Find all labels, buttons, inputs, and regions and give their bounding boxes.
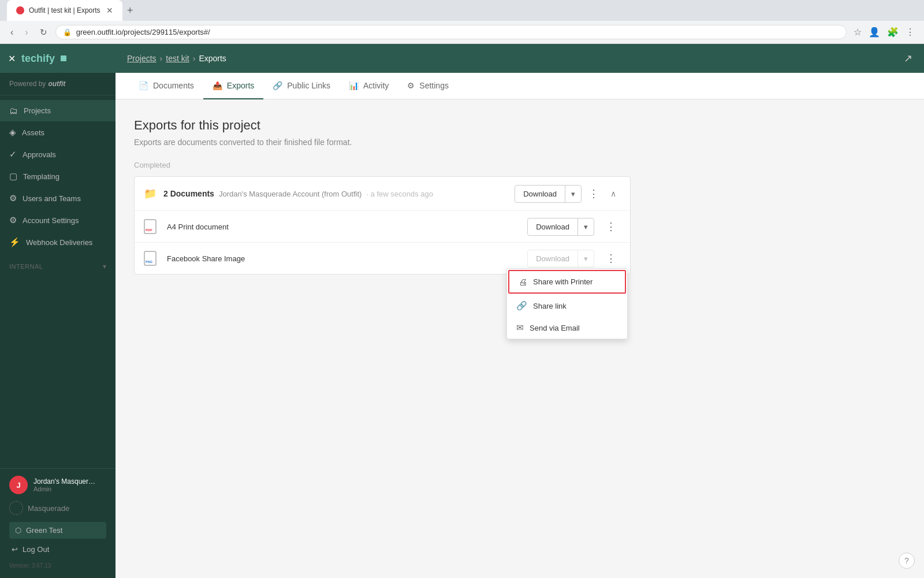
new-tab-button[interactable]: + bbox=[127, 5, 133, 17]
documents-tab-label: Documents bbox=[153, 81, 194, 90]
section-label: Completed bbox=[134, 161, 906, 169]
download-btn-group[interactable]: Download ▾ bbox=[515, 185, 582, 203]
dropdown-item-send-email[interactable]: ✉ Send via Email bbox=[507, 317, 627, 339]
nav-forward-button[interactable]: › bbox=[21, 25, 31, 40]
sidebar-label-projects: Projects bbox=[24, 106, 51, 115]
a4-download-arrow-icon[interactable]: ▾ bbox=[578, 218, 594, 235]
masquerade-label: Masquerade bbox=[28, 504, 69, 513]
green-test-button[interactable]: ⬡ Green Test bbox=[9, 522, 106, 539]
export-group: 📁 2 Documents Jordan's Masquerade Accoun… bbox=[134, 176, 631, 275]
sidebar-label-assets: Assets bbox=[22, 128, 44, 137]
fb-download-btn-group[interactable]: Download ▾ bbox=[527, 250, 594, 268]
page-description: Exports are documents converted to their… bbox=[134, 138, 906, 147]
export-item-fb-name: Facebook Share Image bbox=[167, 254, 520, 263]
dropdown-item-share-link[interactable]: 🔗 Share link bbox=[507, 295, 627, 317]
app-logo: techify bbox=[21, 53, 55, 65]
powered-by-text: Powered by bbox=[9, 80, 46, 88]
projects-icon: 🗂 bbox=[9, 106, 18, 116]
profile-button[interactable]: 👤 bbox=[866, 24, 882, 40]
documents-tab-icon: 📄 bbox=[139, 81, 148, 90]
logout-button[interactable]: ↩ Log Out bbox=[9, 541, 106, 558]
browser-nav-icons: ☆ 👤 🧩 ⋮ bbox=[851, 24, 917, 40]
download-arrow-icon[interactable]: ▾ bbox=[565, 186, 581, 202]
breadcrumb-sep2: › bbox=[193, 54, 196, 63]
tab-settings[interactable]: ⚙ Settings bbox=[398, 73, 458, 99]
nav-refresh-button[interactable]: ↻ bbox=[36, 25, 51, 40]
browser-tab[interactable]: Outfit | test kit | Exports ✕ bbox=[7, 0, 122, 21]
sidebar-item-webhook[interactable]: ⚡ Webhook Deliveries bbox=[0, 231, 116, 253]
approvals-icon: ✓ bbox=[9, 149, 17, 160]
group-more-button[interactable]: ⋮ bbox=[584, 184, 603, 203]
activity-tab-icon: 📊 bbox=[349, 81, 359, 90]
public-links-tab-icon: 🔗 bbox=[273, 81, 282, 90]
logout-icon: ↩ bbox=[12, 545, 18, 554]
menu-button[interactable]: ⋮ bbox=[903, 24, 917, 40]
logout-label: Log Out bbox=[23, 545, 49, 554]
breadcrumb: Projects › test kit › Exports bbox=[127, 54, 226, 63]
sidebar-item-templating[interactable]: ▢ Templating bbox=[0, 165, 116, 187]
fb-download-label[interactable]: Download bbox=[528, 250, 578, 267]
tab-exports[interactable]: 📤 Exports bbox=[203, 73, 263, 99]
close-icon[interactable]: ✕ bbox=[8, 53, 16, 64]
export-time: · a few seconds ago bbox=[366, 190, 433, 198]
fb-more-button[interactable]: ⋮ bbox=[601, 249, 621, 268]
tab-close[interactable]: ✕ bbox=[106, 6, 113, 15]
help-button[interactable]: ? bbox=[899, 553, 915, 569]
exports-tab-icon: 📤 bbox=[213, 81, 222, 90]
export-item-fb: PNG Facebook Share Image Download ▾ ⋮ 🖨 … bbox=[135, 242, 630, 274]
users-teams-icon: ⚙ bbox=[9, 193, 17, 203]
settings-tab-icon: ⚙ bbox=[407, 81, 415, 90]
user-info: J Jordan's Masquera... Admin bbox=[9, 476, 106, 494]
pdf-file-icon: PDF bbox=[144, 219, 160, 234]
printer-icon: 🖨 bbox=[519, 277, 527, 287]
a4-download-btn-group[interactable]: Download ▾ bbox=[527, 218, 594, 236]
bookmark-button[interactable]: ☆ bbox=[851, 24, 864, 40]
group-collapse-button[interactable]: ∧ bbox=[606, 186, 621, 202]
dropdown-item-share-printer[interactable]: 🖨 Share with Printer bbox=[508, 270, 626, 294]
sidebar-item-projects[interactable]: 🗂 Projects bbox=[0, 100, 116, 121]
a4-download-label[interactable]: Download bbox=[528, 218, 578, 235]
sidebar-item-users-teams[interactable]: ⚙ Users and Teams bbox=[0, 187, 116, 209]
sidebar-label-users-teams: Users and Teams bbox=[23, 194, 81, 203]
settings-tab-label: Settings bbox=[419, 81, 449, 90]
link-icon: 🔗 bbox=[516, 301, 527, 311]
lock-icon: 🔒 bbox=[63, 28, 72, 36]
nav-back-button[interactable]: ‹ bbox=[7, 25, 17, 40]
tab-public-links[interactable]: 🔗 Public Links bbox=[263, 73, 340, 99]
export-item-a4-name: A4 Print document bbox=[167, 223, 520, 231]
outfit-brand: outfit bbox=[48, 80, 65, 88]
chevron-down-icon: ▾ bbox=[103, 262, 107, 271]
main-content: Projects › test kit › Exports ↗ 📄 Docume… bbox=[116, 44, 924, 578]
sidebar-item-assets[interactable]: ◈ Assets bbox=[0, 121, 116, 143]
sidebar: ✕ techify Powered by outfit 🗂 Projects ◈… bbox=[0, 44, 116, 578]
breadcrumb-projects[interactable]: Projects bbox=[127, 54, 157, 63]
green-test-label: Green Test bbox=[26, 526, 62, 535]
breadcrumb-testkit[interactable]: test kit bbox=[166, 54, 189, 63]
share-link-label: Share link bbox=[533, 302, 567, 310]
tab-documents[interactable]: 📄 Documents bbox=[129, 73, 203, 99]
topbar-extension: Projects › test kit › Exports ↗ bbox=[116, 44, 924, 73]
sidebar-item-account-settings[interactable]: ⚙ Account Settings bbox=[0, 209, 116, 231]
sidebar-section-internal[interactable]: Internal ▾ bbox=[0, 258, 116, 275]
share-printer-label: Share with Printer bbox=[533, 277, 593, 286]
masquerade-row[interactable]: Masquerade bbox=[9, 499, 106, 517]
masquerade-avatar bbox=[9, 501, 23, 515]
sidebar-label-approvals: Approvals bbox=[23, 150, 56, 159]
send-email-label: Send via Email bbox=[530, 324, 580, 332]
download-main-label[interactable]: Download bbox=[515, 186, 565, 202]
png-file-icon: PNG bbox=[144, 251, 160, 266]
topbar: ✕ techify bbox=[0, 44, 116, 73]
fb-download-arrow-icon[interactable]: ▾ bbox=[578, 250, 594, 267]
extensions-button[interactable]: 🧩 bbox=[885, 24, 901, 40]
tab-title: Outfit | test kit | Exports bbox=[29, 6, 100, 14]
address-bar[interactable]: 🔒 green.outfit.io/projects/299115/export… bbox=[55, 25, 847, 39]
export-header-actions: Download ▾ ⋮ ∧ bbox=[515, 184, 621, 203]
svg-text:PNG: PNG bbox=[146, 260, 152, 264]
tab-activity[interactable]: 📊 Activity bbox=[340, 73, 398, 99]
sidebar-label-webhook: Webhook Deliveries bbox=[26, 238, 92, 247]
chart-icon[interactable]: ↗ bbox=[904, 52, 912, 65]
a4-more-button[interactable]: ⋮ bbox=[601, 217, 621, 236]
page-title: Exports for this project bbox=[134, 118, 906, 133]
dropdown-menu: 🖨 Share with Printer 🔗 Share link ✉ Send… bbox=[506, 268, 628, 339]
sidebar-item-approvals[interactable]: ✓ Approvals bbox=[0, 143, 116, 165]
